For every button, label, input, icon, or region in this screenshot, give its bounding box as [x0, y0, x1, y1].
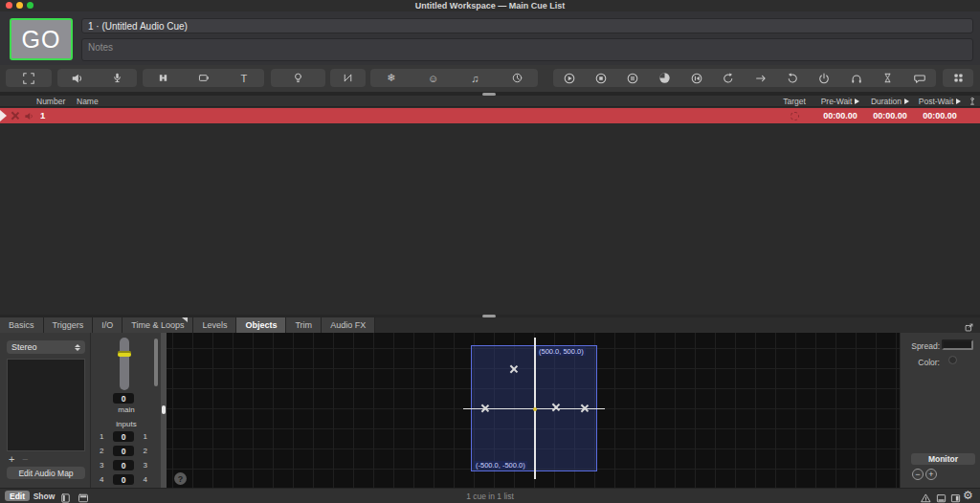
input-row: 404 [92, 474, 161, 485]
object-marker[interactable] [480, 404, 490, 413]
workspace-header: GO 1 · (Untitled Audio Cue) Notes [0, 11, 980, 65]
stop-cue-button[interactable] [585, 69, 616, 87]
cue-list-body[interactable] [0, 123, 980, 315]
text-cue-button[interactable]: T [224, 69, 264, 87]
column-name[interactable]: Name [77, 97, 99, 106]
midi-file-cue-button[interactable]: ♫ [455, 69, 497, 87]
disclosure-icon [956, 98, 961, 104]
pause-cue-button[interactable] [617, 69, 649, 87]
edit-audio-map-button[interactable]: Edit Audio Map [7, 467, 85, 479]
main-fader-handle[interactable] [118, 351, 131, 357]
light-cue-button[interactable] [271, 69, 325, 87]
map-scrollbar-thumb[interactable] [162, 405, 166, 414]
wait-cue-button[interactable] [872, 69, 903, 87]
objects-map[interactable]: (500.0, 500.0) (-500.0, -500.0) ? [167, 333, 900, 488]
reset-cue-button[interactable] [680, 69, 712, 87]
main-fader-track[interactable] [120, 338, 129, 390]
group-cue-button[interactable] [6, 69, 52, 87]
tab-triggers[interactable]: Triggers [44, 317, 94, 333]
title-bar: Untitled Workspace — Main Cue List [0, 0, 980, 11]
fade-cue-group [330, 69, 366, 87]
tab-trim[interactable]: Trim [286, 317, 322, 333]
column-duration[interactable]: Duration [865, 97, 915, 106]
spread-label: Spread: [911, 341, 940, 351]
notes-field[interactable]: Notes [81, 38, 973, 61]
zoom-out-button[interactable]: − [912, 469, 924, 480]
zoom-in-button[interactable]: + [925, 469, 937, 480]
device-select[interactable]: Stereo [7, 340, 85, 354]
main-level-value[interactable]: 0 [113, 393, 134, 404]
timecode-cue-button[interactable] [496, 69, 538, 87]
cue-post-wait[interactable]: 00:00.00 [915, 111, 965, 120]
cue-list-header: Number Name Target Pre-Wait Duration Pos… [0, 96, 980, 107]
audio-cue-button[interactable] [57, 69, 98, 87]
output-channel-number: 3 [144, 461, 147, 470]
warnings-icon[interactable] [920, 491, 932, 503]
arm-cue-button[interactable] [809, 69, 840, 87]
retarget-cue-button[interactable] [776, 69, 808, 87]
remove-button[interactable]: − [22, 453, 28, 465]
cue-number[interactable]: 1 [40, 110, 45, 120]
column-flag[interactable] [965, 97, 980, 106]
column-pre-wait[interactable]: Pre-Wait [815, 97, 865, 106]
inspector-panel: Stereo + − Edit Audio Map 0 main inputs … [0, 333, 980, 488]
output-channel-number: 4 [144, 475, 147, 484]
start-cue-button[interactable] [553, 69, 585, 87]
spread-input[interactable] [942, 339, 973, 350]
input-row: 101 [92, 431, 161, 442]
object-marker[interactable] [509, 364, 519, 374]
cue-count-summary: 1 cue in 1 list [0, 492, 980, 501]
input-level-value[interactable]: 0 [113, 474, 134, 485]
fade-cue-button[interactable] [330, 69, 366, 87]
goto-cue-button[interactable] [745, 69, 776, 87]
fader-scrollbar[interactable] [154, 339, 158, 386]
input-level-value[interactable]: 0 [113, 446, 134, 456]
object-marker[interactable] [580, 404, 590, 413]
cue-row[interactable]: 1 00:00.00 00:00.00 00:00.00 [0, 108, 980, 123]
video-cue-button[interactable] [143, 69, 183, 87]
window-title: Untitled Workspace — Main Cue List [0, 1, 980, 11]
input-channel-number: 4 [100, 475, 103, 484]
tab-audio-fx[interactable]: Audio FX [322, 317, 375, 333]
mic-cue-button[interactable] [98, 69, 138, 87]
device-select-value: Stereo [11, 342, 37, 352]
column-target[interactable]: Target [773, 97, 815, 106]
audio-map-preview[interactable] [7, 359, 85, 451]
cue-title-field[interactable]: 1 · (Untitled Audio Cue) [81, 18, 973, 33]
input-level-value[interactable]: 0 [113, 431, 134, 442]
column-post-wait[interactable]: Post-Wait [915, 97, 965, 106]
toggle-bottom-panel-icon[interactable] [935, 491, 947, 503]
video-cue-group: T [143, 69, 264, 87]
camera-cue-button[interactable] [183, 69, 223, 87]
memo-cue-button[interactable] [904, 69, 936, 87]
tab-levels[interactable]: Levels [193, 317, 236, 333]
tab-basics[interactable]: Basics [0, 317, 44, 333]
object-properties-panel: Spread: Color: Monitor − + [900, 333, 980, 488]
network-cue-button[interactable]: ❄ [370, 69, 412, 87]
tab-io[interactable]: I/O [93, 317, 122, 333]
color-swatch[interactable] [948, 356, 957, 364]
monitor-button[interactable]: Monitor [911, 453, 975, 465]
input-row: 303 [92, 460, 161, 470]
settings-gear-icon[interactable]: ⚙ [963, 489, 973, 502]
monitor-cue-button[interactable] [840, 69, 872, 87]
cue-duration[interactable]: 00:00.00 [865, 111, 915, 120]
help-button[interactable]: ? [174, 472, 187, 485]
min-coordinate-label: (-500.0, -500.0) [474, 461, 527, 470]
input-level-value[interactable]: 0 [113, 460, 134, 470]
add-button[interactable]: + [9, 453, 14, 465]
load-cue-button[interactable] [649, 69, 680, 87]
object-marker[interactable] [551, 403, 561, 412]
devamp-cue-button[interactable] [713, 69, 745, 87]
midi-cue-button[interactable]: ☺ [412, 69, 455, 87]
cue-toolbar: T ❄ ☺ ♫ [0, 65, 980, 92]
max-coordinate-label: (500.0, 500.0) [537, 347, 586, 356]
origin-dot [533, 407, 537, 411]
cue-cart-button[interactable] [943, 69, 973, 87]
cue-target-icon[interactable] [791, 112, 799, 120]
column-number[interactable]: Number [36, 97, 65, 106]
go-button[interactable]: GO [10, 18, 73, 60]
tab-objects[interactable]: Objects [236, 317, 286, 333]
toggle-right-panel-icon[interactable] [949, 491, 962, 503]
cue-pre-wait[interactable]: 00:00.00 [815, 111, 865, 120]
